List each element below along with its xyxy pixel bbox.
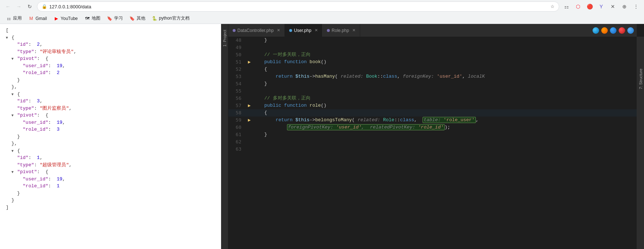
bookmark-other[interactable]: 🔖 其他 xyxy=(126,15,148,22)
code-line-51: 51 ▶ public function book() xyxy=(228,58,637,66)
bookmark-study[interactable]: 🔖 学习 xyxy=(104,15,126,22)
code-line-50: 50 // 一对多关联，正向 xyxy=(228,51,637,58)
bookmark-maps[interactable]: 🗺 地图 xyxy=(82,15,103,22)
json-line: } xyxy=(0,197,221,204)
json-line: "type": "图片监察员", xyxy=(0,105,221,112)
firefox-icon[interactable] xyxy=(601,27,608,34)
json-line: "id": 3, xyxy=(0,98,221,105)
ie-icon[interactable] xyxy=(627,27,634,34)
back-button[interactable]: ← xyxy=(3,1,13,12)
json-line: } xyxy=(0,133,221,140)
tab-label-user: User.php xyxy=(294,28,311,33)
code-line-58: 58 { xyxy=(228,109,637,117)
json-line: "id": 1, xyxy=(0,154,221,162)
bookmark-other-label: 其他 xyxy=(137,15,145,21)
study-favicon: 🔖 xyxy=(107,16,113,21)
code-line-56: 56 // 多对多关联，正向 xyxy=(228,95,637,102)
bookmark-study-label: 学习 xyxy=(114,15,123,21)
json-line: "user_id": 19, xyxy=(0,119,221,126)
tab-dot-datacontroller xyxy=(233,29,236,32)
toolbar-icons: ⚏ ⬡ 🔴 Y ✕ ⊕ ⋮ xyxy=(561,1,641,12)
json-line: ▼ { xyxy=(0,91,221,98)
code-line-52: 52 { xyxy=(228,66,637,73)
bookmark-youtube-label: YouTube xyxy=(61,16,78,21)
json-line: "user_id": 19, xyxy=(0,176,221,183)
address-text: 127.0.0.1:8000/data xyxy=(49,4,548,9)
json-line: }, xyxy=(0,83,221,91)
code-line-57: 57 ▶ public function role() xyxy=(228,102,637,109)
code-line-60: 60 foreignPivotKey: 'user_id', relatedPi… xyxy=(228,124,637,131)
json-line: } xyxy=(0,77,221,84)
opera-icon[interactable]: ⬡ xyxy=(573,1,583,12)
json-line: ▼ "pivot": { xyxy=(0,112,221,119)
bookmark-youtube[interactable]: ▶ YouTube xyxy=(50,15,80,22)
bookmark-star-icon[interactable]: ☆ xyxy=(550,4,554,9)
other-favicon: 🔖 xyxy=(129,16,135,21)
code-line-62: 62 xyxy=(228,138,637,146)
code-line-53: 53 return $this->hasMany( related: Book:… xyxy=(228,73,637,80)
tab-label-role: Role.php xyxy=(332,28,349,33)
code-line-59: 59 ▶ return $this->belongsToMany( relate… xyxy=(228,117,637,124)
code-line-63: 63 xyxy=(228,146,637,153)
code-line-48: 48 } xyxy=(228,37,637,44)
apps-favicon: ⚏ xyxy=(6,16,12,21)
main-area: [ ▼ { "id": 2, "type": "评论审核专员", ▼ "pivo… xyxy=(0,24,644,249)
browser-toolbar: ← → ↻ 🔒 127.0.0.1:8000/data ☆ ⚏ ⬡ 🔴 Y ✕ … xyxy=(0,0,644,13)
json-line: "user_id": 19, xyxy=(0,62,221,70)
json-line: }, xyxy=(0,140,221,147)
bookmark-apps-label: 应用 xyxy=(13,15,22,21)
chrome-icon[interactable] xyxy=(593,27,599,34)
json-line: "type": "超级管理员", xyxy=(0,162,221,169)
tab-close-user[interactable]: ✕ xyxy=(315,28,318,33)
menu-button[interactable]: ⋮ xyxy=(631,1,641,12)
tab-datacontroller[interactable]: DataController.php ✕ xyxy=(228,24,285,37)
bookmark-maps-label: 地图 xyxy=(92,15,100,21)
json-line: ] xyxy=(0,204,221,211)
address-bar[interactable]: 🔒 127.0.0.1:8000/data ☆ xyxy=(37,1,559,12)
bookmark-apps[interactable]: ⚏ 应用 xyxy=(3,15,25,22)
code-line-54: 54 } xyxy=(228,80,637,87)
tab-close-role[interactable]: ✕ xyxy=(352,28,356,33)
json-line: ▼ { xyxy=(0,34,221,41)
bookmark-gmail[interactable]: M Gmail xyxy=(25,15,50,22)
json-line: "role_id": 2 xyxy=(0,69,221,77)
code-line-49: 49 xyxy=(228,44,637,51)
structure-tab[interactable]: 7: Structure xyxy=(637,66,644,92)
bookmark-gmail-label: Gmail xyxy=(36,16,47,21)
ext4-icon[interactable]: ✕ xyxy=(608,1,618,12)
json-line: } xyxy=(0,190,221,197)
tab-dot-user xyxy=(289,29,292,32)
json-line: ▼ "pivot": { xyxy=(0,55,221,62)
ide-browser-icons xyxy=(590,24,637,37)
project-tab[interactable]: 1: Project xyxy=(221,27,228,49)
nav-buttons: ← → ↻ xyxy=(3,1,35,12)
json-line: "id": 2, xyxy=(0,41,221,48)
tab-role[interactable]: Role.php ✕ xyxy=(323,24,360,37)
ide-panel: 1: Project 7: Structure DataController.p… xyxy=(221,24,644,249)
json-line: "type": "评论审核专员", xyxy=(0,48,221,56)
ext5-icon[interactable]: ⊕ xyxy=(619,1,630,12)
extensions-button[interactable]: ⚏ xyxy=(561,1,572,12)
json-line: ▼ "pivot": { xyxy=(0,168,221,176)
tab-user[interactable]: User.php ✕ xyxy=(285,24,323,37)
bookmark-python[interactable]: 🐍 python官方文档 xyxy=(149,15,192,22)
code-editor[interactable]: 48 } 49 50 // 一对多关联，正向 xyxy=(228,37,637,249)
json-line: "role_id": 1 xyxy=(0,183,221,190)
ext3-icon[interactable]: Y xyxy=(596,1,606,12)
ext2-icon[interactable]: 🔴 xyxy=(585,1,595,12)
tab-close-datacontroller[interactable]: ✕ xyxy=(277,28,280,33)
forward-button[interactable]: → xyxy=(14,1,24,12)
reload-button[interactable]: ↻ xyxy=(25,1,35,12)
python-favicon: 🐍 xyxy=(152,16,158,21)
lock-icon: 🔒 xyxy=(42,4,47,9)
gmail-favicon: M xyxy=(28,16,34,21)
json-line: ▼ { xyxy=(0,147,221,155)
json-panel[interactable]: [ ▼ { "id": 2, "type": "评论审核专员", ▼ "pivo… xyxy=(0,24,221,249)
tab-dot-role xyxy=(327,29,330,32)
ide-tabs: DataController.php ✕ User.php ✕ Role.php… xyxy=(228,24,637,37)
json-line: [ xyxy=(0,27,221,34)
edge-icon[interactable] xyxy=(610,27,616,34)
bookmark-python-label: python官方文档 xyxy=(159,15,190,21)
json-line: "role_id": 3 xyxy=(0,126,221,133)
opera-icon2[interactable] xyxy=(619,27,625,34)
